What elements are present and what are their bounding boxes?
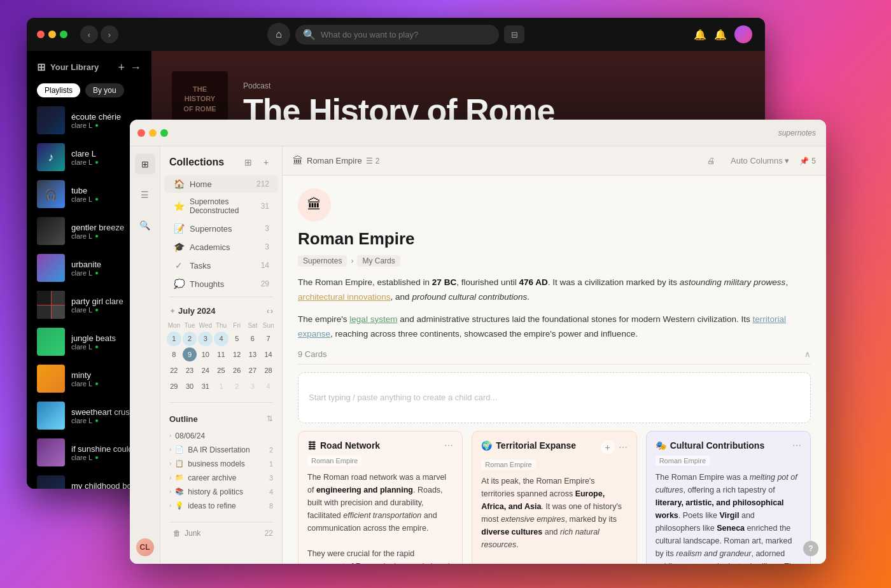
minimize-dot[interactable] (48, 31, 56, 38)
card-territorial-menu-icon[interactable]: ⋯ (619, 442, 628, 452)
list-item[interactable]: my childhood bop… clare L ● (32, 472, 146, 489)
cal-day-7[interactable]: 7 (261, 332, 276, 346)
add-playlist-button[interactable]: + (118, 62, 125, 73)
forward-button[interactable]: › (101, 25, 118, 43)
outline-item-career[interactable]: › 📁 career archive 3 (164, 471, 278, 485)
playlist-thumbnail (37, 217, 65, 245)
card-cultural-menu-icon[interactable]: ⋯ (792, 440, 801, 451)
sn-maximize-dot[interactable] (160, 129, 168, 137)
library-icon: ⊞ (37, 61, 45, 73)
cal-day-2[interactable]: 2 (183, 332, 197, 346)
cal-day-14[interactable]: 14 (261, 347, 276, 362)
collection-icon: 🏛 (293, 155, 303, 167)
collections-filter-button[interactable]: ⊞ (241, 155, 255, 169)
outline-item-business[interactable]: › 📋 business models 1 (164, 457, 278, 471)
cal-day-24[interactable]: 24 (198, 363, 213, 377)
maximize-dot[interactable] (60, 31, 67, 38)
note-breadcrumb-supernotes[interactable]: Supernotes (298, 255, 347, 267)
note-breadcrumb-my-cards[interactable]: My Cards (357, 255, 400, 267)
list-item[interactable]: écoute chérie clare L ● (32, 102, 146, 138)
cal-day-1-next[interactable]: 1 (214, 379, 228, 393)
home-button[interactable]: ⌂ (267, 23, 290, 46)
outline-item-history[interactable]: › 📚 history & politics 4 (164, 485, 278, 499)
outline-item-ba-ir[interactable]: › 📄 BA IR Dissertation 2 (164, 443, 278, 457)
cal-day-28[interactable]: 28 (261, 363, 276, 377)
help-button[interactable]: ? (803, 541, 818, 556)
cal-day-8[interactable]: 8 (167, 347, 181, 362)
cal-day-30[interactable]: 30 (183, 379, 197, 393)
architectural-innovations-link[interactable]: architectural innovations (298, 292, 391, 302)
cal-day-22[interactable]: 22 (167, 363, 181, 377)
list-item[interactable]: urbanite clare L ● (32, 250, 146, 286)
sidebar-icon-collections[interactable]: ⊞ (135, 154, 155, 174)
outline-item-date[interactable]: › 08/06/24 (164, 429, 278, 443)
thoughts-icon: 💭 (173, 279, 185, 289)
cal-day-6[interactable]: 6 (246, 332, 260, 346)
list-item[interactable]: 🎧 tube clare L ● (32, 176, 146, 212)
sidebar-icon-search[interactable]: 🔍 (135, 215, 155, 235)
filter-by-you-pill[interactable]: By you (85, 83, 124, 97)
cal-day-25[interactable]: 25 (214, 363, 228, 377)
toolbar-print-button[interactable]: 🖨 (702, 153, 720, 168)
calendar-prev-button[interactable]: ‹ (267, 307, 269, 316)
cal-day-4-next[interactable]: 4 (261, 379, 276, 393)
collapse-button[interactable]: ∧ (804, 349, 811, 359)
cal-day-11[interactable]: 11 (214, 347, 228, 362)
user-avatar-sidebar[interactable]: CL (136, 538, 154, 556)
sidebar-item-supernotes-deconstructed[interactable]: ⭐ Supernotes Deconstructed 31 (164, 193, 278, 219)
cal-day-1[interactable]: 1 (167, 332, 181, 346)
back-button[interactable]: ‹ (80, 25, 98, 43)
new-card-input[interactable]: Start typing / paste anything to create … (298, 372, 811, 423)
notification-icon-2[interactable]: 🔔 (714, 29, 727, 41)
cal-day-3-next[interactable]: 3 (246, 379, 260, 393)
breadcrumb-collection-label[interactable]: Roman Empire (307, 156, 362, 165)
list-item[interactable]: ♪ clare L clare L ● (32, 139, 146, 175)
home-label: Home (190, 179, 251, 189)
cal-day-5[interactable]: 5 (230, 332, 244, 346)
cal-day-10[interactable]: 10 (198, 347, 213, 362)
close-dot[interactable] (37, 31, 45, 38)
collections-add-button[interactable]: + (259, 155, 273, 169)
sidebar-item-tasks[interactable]: ✓ Tasks 14 (164, 256, 278, 274)
cal-day-23[interactable]: 23 (183, 363, 197, 377)
cal-day-2-next[interactable]: 2 (230, 379, 244, 393)
notification-icon[interactable]: 🔔 (694, 29, 706, 41)
cal-day-31[interactable]: 31 (198, 379, 213, 393)
calendar-add-icon[interactable]: ✦ (169, 307, 176, 316)
sidebar-item-thoughts[interactable]: 💭 Thoughts 29 (164, 275, 278, 293)
devices-button[interactable]: ⊟ (504, 25, 524, 43)
cal-day-9[interactable]: 9 (183, 347, 197, 362)
search-input[interactable] (321, 30, 491, 39)
sn-close-dot[interactable] (137, 129, 145, 137)
cal-day-27[interactable]: 27 (246, 363, 260, 377)
cal-day-26[interactable]: 26 (230, 363, 244, 377)
filter-playlists-pill[interactable]: Playlists (37, 83, 80, 97)
legal-system-link[interactable]: legal system (349, 314, 397, 324)
sidebar-item-academics[interactable]: 🎓 Academics 3 (164, 238, 278, 256)
sn-minimize-dot[interactable] (149, 129, 157, 137)
outline-item-ideas[interactable]: › 💡 ideas to refine 8 (164, 499, 278, 513)
card-road-network-menu-icon[interactable]: ⋯ (444, 440, 453, 451)
calendar-next-button[interactable]: › (270, 307, 273, 316)
list-item[interactable]: party girl clare clare L ● (32, 287, 146, 323)
list-item[interactable]: sweetheart crush clare clare L ● (32, 398, 146, 433)
list-item[interactable]: gentler breeze clare L ● (32, 213, 146, 249)
junk-item[interactable]: 🗑 Junk 22 (164, 526, 278, 540)
card-territorial-add-button[interactable]: + (601, 440, 615, 454)
expand-library-button[interactable]: → (130, 62, 141, 73)
cal-day-13[interactable]: 13 (246, 347, 260, 362)
list-item[interactable]: minty clare L ● (32, 361, 146, 396)
list-item[interactable]: jungle beats clare L ● (32, 324, 146, 360)
toolbar-columns-button[interactable]: Auto Columns ▾ (726, 153, 794, 168)
list-item[interactable]: if sunshine could t… clare L ● (32, 435, 146, 470)
outline-sort-button[interactable]: ⇅ (267, 414, 273, 423)
user-avatar[interactable] (734, 25, 752, 43)
sidebar-icon-list[interactable]: ☰ (135, 185, 155, 205)
home-count: 212 (256, 179, 269, 188)
sidebar-item-home[interactable]: 🏠 Home 212 (164, 175, 278, 193)
cal-day-29[interactable]: 29 (167, 379, 181, 393)
sidebar-item-supernotes[interactable]: 📝 Supernotes 3 (164, 220, 278, 237)
cal-day-4[interactable]: 4 (214, 332, 228, 346)
cal-day-3[interactable]: 3 (198, 332, 213, 346)
cal-day-12[interactable]: 12 (230, 347, 244, 362)
